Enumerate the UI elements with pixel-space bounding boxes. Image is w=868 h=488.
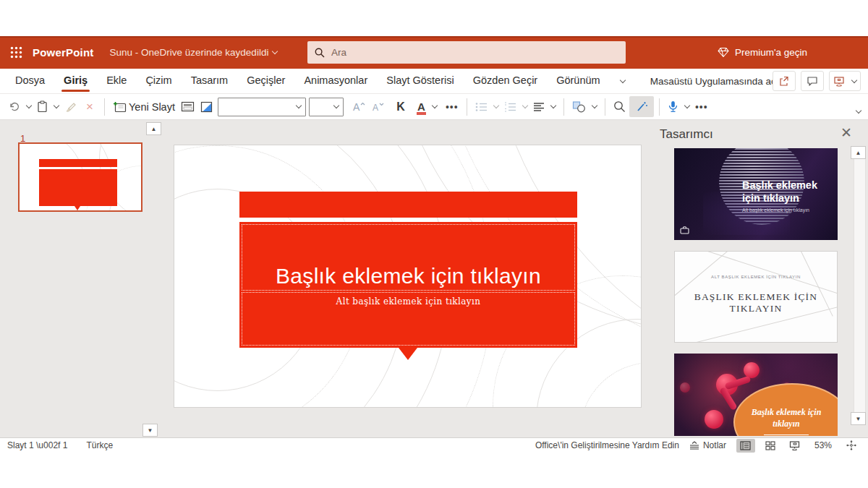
notes-toggle-button[interactable]: Notlar — [689, 440, 726, 450]
share-button[interactable] — [773, 71, 796, 91]
font-name-combobox[interactable] — [218, 98, 306, 116]
search-input[interactable] — [331, 47, 618, 58]
app-launcher-waffle-icon[interactable] — [0, 36, 33, 69]
go-premium-button[interactable]: Premium'a geçin — [718, 36, 807, 69]
delete-button[interactable]: × — [80, 96, 99, 117]
toolbar-separator — [605, 98, 605, 116]
search-box[interactable] — [307, 41, 626, 64]
comments-button[interactable] — [801, 71, 824, 91]
format-painter-button[interactable] — [61, 96, 80, 117]
notes-label: Notlar — [703, 440, 726, 450]
fit-slide-to-window-button[interactable] — [842, 439, 861, 453]
chevron-down-icon — [684, 103, 690, 108]
tab-gorunum[interactable]: Görünüm — [547, 69, 609, 94]
app-title[interactable]: PowerPoint — [33, 46, 94, 59]
undo-button[interactable] — [6, 96, 34, 117]
present-screen-icon — [833, 76, 845, 87]
decrease-font-size-button[interactable]: A — [368, 96, 387, 117]
designer-button[interactable] — [629, 96, 654, 117]
view-switcher — [736, 439, 804, 453]
increase-font-size-button[interactable]: A — [349, 96, 368, 117]
bold-button[interactable]: K — [391, 96, 410, 117]
design-suggestion-2[interactable]: ALT BAŞLIK EKLEMEK İÇİN TIKLAYIN BAŞLIK … — [674, 251, 838, 343]
document-title-label: Sunu - OneDrive üzerinde kaydedildi — [110, 47, 269, 58]
tab-ekle[interactable]: Ekle — [97, 69, 136, 94]
status-bar: Slayt 1 \u002f 1 Türkçe Office\'in Geliş… — [0, 437, 868, 453]
feedback-link[interactable]: Office\'in Geliştirilmesine Yardım Edin — [535, 440, 679, 450]
layout-button[interactable] — [178, 96, 197, 117]
find-magnifier-icon — [613, 100, 626, 113]
tab-slayt-gosterisi[interactable]: Slayt Gösterisi — [377, 69, 463, 94]
find-button[interactable] — [610, 96, 629, 117]
dictate-button[interactable] — [665, 96, 692, 117]
language-button[interactable]: Türkçe — [86, 440, 113, 450]
subtitle-placeholder[interactable]: Alt başlık eklemek için tıklayın — [242, 292, 575, 346]
more-toolbar-commands-button[interactable]: ••• — [692, 96, 711, 117]
ellipsis-icon: ••• — [446, 101, 459, 113]
premium-label: Premium'a geçin — [735, 47, 807, 58]
close-designer-icon[interactable]: ✕ — [841, 126, 852, 140]
present-button[interactable] — [829, 71, 861, 91]
document-title-dropdown[interactable]: Sunu - OneDrive üzerinde kaydedildi — [110, 47, 278, 58]
tab-tasarim[interactable]: Tasarım — [182, 69, 238, 94]
toolbar-separator — [104, 98, 105, 116]
thumbnails-scroll-up-button[interactable]: ▲ — [146, 122, 161, 135]
app-bar: PowerPoint Sunu - OneDrive üzerinde kayd… — [0, 36, 868, 69]
tab-giris-active[interactable]: Giriş — [54, 69, 97, 94]
tab-gozden-gecir[interactable]: Gözden Geçir — [464, 69, 547, 94]
open-in-desktop-button[interactable]: Masaüstü Uygulamasında aç — [650, 76, 776, 87]
normal-view-icon — [740, 441, 751, 450]
undo-icon — [9, 101, 20, 113]
tab-gecisler[interactable]: Geçişler — [237, 69, 294, 94]
toolbar-separator — [659, 98, 660, 116]
subtitle-placeholder-text: Alt başlık eklemek için tıklayın — [336, 296, 481, 345]
slide-title-block: Başlık eklemek için tıklayın Alt başlık … — [239, 222, 577, 348]
designer-scroll-up-button[interactable]: ▲ — [851, 146, 866, 159]
background-format-button[interactable] — [197, 96, 216, 117]
zoom-level-button[interactable]: 53% — [814, 440, 832, 450]
tab-animasyonlar[interactable]: Animasyonlar — [294, 69, 377, 94]
title-placeholder[interactable]: Başlık eklemek için tıklayın — [242, 224, 575, 291]
chevron-down-icon — [493, 103, 499, 108]
ribbon-right-actions — [773, 71, 861, 91]
slide-canvas[interactable]: Başlık eklemek için tıklayın Alt başlık … — [174, 145, 642, 408]
slide-sorter-view-button[interactable] — [761, 439, 780, 453]
numbering-button[interactable] — [501, 96, 530, 117]
slide-banner-shape[interactable] — [239, 192, 577, 218]
design2-title: BAŞLIK EKLEMEK İÇİN TIKLAYIN — [682, 291, 830, 314]
chevron-down-icon — [550, 103, 556, 108]
slide-1-thumbnail[interactable] — [18, 142, 142, 212]
svg-text:A: A — [373, 103, 378, 112]
chevron-down-icon — [432, 103, 438, 108]
more-font-options-button[interactable]: ••• — [443, 96, 461, 117]
design-suggestion-1[interactable]: Başlık eklemek için tıklayın Alt başlık … — [674, 148, 838, 240]
paste-button[interactable] — [34, 96, 61, 117]
designer-panel: Tasarımcı ✕ Başlık eklemek için tıklayın… — [649, 120, 868, 437]
chevron-down-icon — [272, 48, 278, 54]
format-painter-brush-icon — [65, 101, 77, 113]
font-color-button[interactable]: A — [414, 96, 440, 117]
new-slide-label: Yeni Slayt — [129, 101, 175, 113]
collapse-ribbon-chevron-icon[interactable] — [852, 103, 861, 116]
chevron-down-icon — [296, 103, 302, 108]
tab-dosya[interactable]: Dosya — [6, 69, 54, 94]
designer-scroll-down-button[interactable]: ▼ — [851, 412, 866, 425]
tab-cizim[interactable]: Çizim — [136, 69, 181, 94]
bullets-button[interactable] — [472, 96, 501, 117]
slideshow-view-button[interactable] — [786, 439, 804, 453]
font-size-combobox[interactable] — [309, 98, 344, 116]
thumbnails-scroll-down-button[interactable]: ▼ — [142, 424, 158, 437]
design-suggestion-3[interactable]: Başlık eklemek için tıklayın — [674, 354, 838, 436]
designer-scrollbar[interactable] — [854, 146, 866, 425]
design2-kicker: ALT BAŞLIK EKLEMEK İÇİN TIKLAYIN — [675, 275, 837, 279]
premium-diamond-icon — [718, 47, 729, 58]
slide-counter-label: Slayt 1 \u002f 1 — [7, 440, 67, 450]
shapes-button[interactable] — [569, 96, 600, 117]
new-slide-button[interactable]: Yeni Slayt — [110, 96, 178, 117]
align-button[interactable] — [530, 96, 558, 117]
grid-view-icon — [765, 441, 775, 450]
fit-to-window-icon — [846, 440, 856, 450]
tab-overflow-chevron-icon[interactable] — [610, 70, 631, 92]
comment-icon — [807, 76, 818, 87]
normal-view-button[interactable] — [736, 439, 755, 453]
